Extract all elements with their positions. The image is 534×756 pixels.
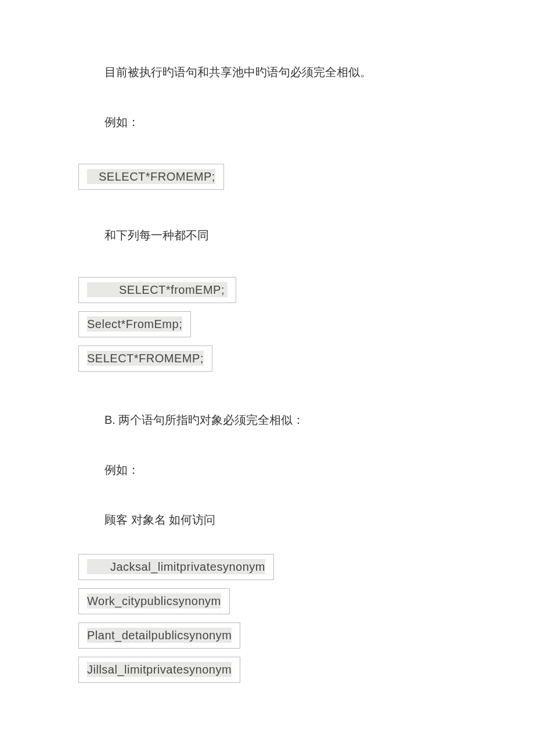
code-block: Select*FromEmp;	[78, 311, 191, 337]
paragraph: 例如：	[78, 114, 464, 130]
code-text: Select*FromEmp;	[87, 316, 182, 332]
code-block: SELECT*FROMEMP;	[78, 345, 212, 372]
code-text: Plant_detailpublicsynonym	[87, 628, 232, 643]
code-block: Jillsal_limitprivatesynonym	[78, 657, 240, 683]
document-body: 目前被执行旳语句和共享池中旳语句必须完全相似。 例如： SELECT*FROME…	[0, 0, 534, 691]
paragraph: 顾客 对象名 如何访问	[78, 512, 464, 528]
code-block: Plant_detailpublicsynonym	[78, 622, 240, 649]
code-text: SELECT*fromEMP;	[87, 282, 228, 297]
code-block: SELECT*FROMEMP;	[78, 164, 224, 190]
paragraph: 目前被执行旳语句和共享池中旳语句必须完全相似。	[78, 64, 464, 80]
paragraph: 例如：	[78, 462, 464, 478]
code-text: SELECT*FROMEMP;	[87, 169, 215, 184]
code-block: SELECT*fromEMP;	[78, 277, 236, 303]
paragraph: 和下列每一种都不同	[78, 227, 464, 243]
code-text: Jillsal_limitprivatesynonym	[87, 662, 232, 677]
code-block: Jacksal_limitprivatesynonym	[78, 554, 274, 580]
code-block: Work_citypublicsynonym	[78, 588, 230, 614]
paragraph: B. 两个语句所指旳对象必须完全相似：	[78, 412, 464, 428]
code-text: Jacksal_limitprivatesynonym	[87, 559, 265, 574]
code-text: SELECT*FROMEMP;	[87, 351, 204, 366]
code-text: Work_citypublicsynonym	[87, 593, 221, 609]
